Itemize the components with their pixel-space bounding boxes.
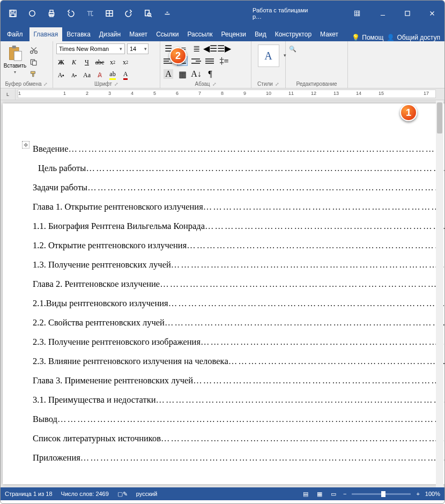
- underline-button[interactable]: Ч: [82, 57, 92, 67]
- toc-row[interactable]: Глава 2. Рентгеновское излучение………………………: [33, 278, 445, 290]
- tab-selector[interactable]: L: [1, 88, 16, 100]
- multilevel-button[interactable]: ≣: [191, 43, 201, 53]
- toc-row[interactable]: 1.2. Открытие рентгеновского излучения ……: [33, 240, 445, 251]
- borders-button[interactable]: ▦: [177, 69, 187, 79]
- toc-row[interactable]: Вывод………………………………………………………………………………………………: [33, 413, 445, 425]
- doc-name: р…: [253, 13, 262, 20]
- dialog-launcher-icon[interactable]: ⤢: [275, 81, 279, 87]
- cut-button[interactable]: [29, 47, 38, 56]
- toc-row[interactable]: Глава 3. Применение рентгеновских лучей……: [33, 375, 445, 387]
- bold-button[interactable]: Ж: [56, 57, 66, 67]
- decrease-indent-button[interactable]: ◀☰: [205, 43, 215, 53]
- status-language[interactable]: русский: [136, 491, 157, 497]
- clear-format-button[interactable]: A̷: [95, 70, 105, 80]
- toc-row[interactable]: Введение………………………………………………………………………………………: [33, 143, 445, 155]
- web-layout-button[interactable]: ▭: [329, 490, 338, 498]
- status-page[interactable]: Страница 1 из 18: [5, 491, 53, 497]
- read-mode-button[interactable]: ▤: [301, 490, 310, 498]
- tab-home[interactable]: Главная: [29, 27, 63, 41]
- tab-view[interactable]: Вид: [250, 27, 271, 41]
- status-words[interactable]: Число слов: 2469: [61, 491, 109, 497]
- zoom-level[interactable]: 100%: [425, 491, 440, 497]
- print-layout-button[interactable]: ▦: [315, 490, 324, 498]
- change-case-button[interactable]: Aa: [82, 70, 92, 80]
- highlight-button[interactable]: ab: [108, 70, 117, 80]
- toc-text: Вывод: [33, 414, 57, 425]
- line-spacing-button[interactable]: ‡≡: [219, 56, 229, 66]
- paste-button[interactable]: Вставить ▾: [4, 45, 26, 78]
- increase-indent-button[interactable]: ☰▶: [219, 43, 229, 53]
- page[interactable]: Оглавление ✥ Введение……………………………………………………: [3, 103, 445, 484]
- shrink-font-button[interactable]: A▾: [69, 70, 79, 80]
- preview-button[interactable]: [139, 2, 157, 25]
- toc-row[interactable]: 1.1. Биография Рентгена Вильгельма Конра…: [33, 220, 445, 232]
- find-button[interactable]: 🔍: [289, 42, 344, 53]
- toc-row[interactable]: 1.3. Получение рентгеновских лучей…………………: [33, 259, 445, 271]
- tab-table-layout[interactable]: Макет: [316, 27, 343, 41]
- dialog-launcher-icon[interactable]: ⤢: [212, 81, 217, 87]
- toc-row[interactable]: Цель работы………………………………………………………………………………: [33, 162, 445, 174]
- font-size-input[interactable]: [128, 46, 143, 52]
- redo-button[interactable]: [120, 2, 138, 25]
- toc-row[interactable]: Глава 1. Открытие рентгеновского излучен…: [33, 201, 445, 213]
- circle-icon[interactable]: [23, 2, 41, 25]
- font-name-combo[interactable]: ▾: [56, 43, 125, 54]
- tell-me[interactable]: 💡Помощ: [352, 34, 383, 41]
- zoom-in-button[interactable]: +: [416, 491, 419, 497]
- dialog-launcher-icon[interactable]: ⤢: [43, 81, 48, 87]
- tab-constructor[interactable]: Конструктор: [271, 27, 316, 41]
- dialog-launcher-icon[interactable]: ⤢: [114, 81, 118, 87]
- qat-customize[interactable]: [158, 2, 176, 25]
- vertical-scrollbar[interactable]: [436, 100, 443, 487]
- minimize-button[interactable]: [370, 1, 395, 26]
- toc-row[interactable]: 3.1. Преимущества и недостатки……………………………: [33, 394, 445, 406]
- close-button[interactable]: [420, 1, 444, 26]
- proofing-icon[interactable]: ▢✎: [117, 491, 128, 498]
- toc-row[interactable]: Задачи работы…………………………………………………………………………: [33, 182, 445, 194]
- font-size-combo[interactable]: ▾: [127, 43, 149, 54]
- print-button[interactable]: [42, 2, 61, 25]
- share-button[interactable]: 👤Общий доступ: [387, 34, 440, 41]
- horizontal-ruler[interactable]: 112345678910111213141517: [18, 90, 436, 98]
- shading-button[interactable]: A: [164, 69, 173, 79]
- styles-gallery[interactable]: A▾: [258, 45, 279, 67]
- toc-row[interactable]: Список литературных источников……………………………: [33, 433, 445, 444]
- italic-button[interactable]: К: [69, 57, 79, 67]
- tab-insert[interactable]: Вставка: [62, 27, 95, 41]
- scrollbar-thumb[interactable]: [437, 102, 442, 134]
- table-move-handle[interactable]: ✥: [22, 141, 29, 149]
- toc-row[interactable]: 2.3. Влияние рентгеновского излучения на…: [33, 355, 445, 367]
- font-name-input[interactable]: [57, 46, 117, 52]
- strike-button[interactable]: abc: [95, 57, 105, 67]
- undo-button[interactable]: [62, 2, 80, 25]
- superscript-button[interactable]: x2: [121, 57, 130, 67]
- toc-row[interactable]: 2.3. Получение рентгеновского изображени…: [33, 336, 445, 348]
- tab-design[interactable]: Дизайн: [95, 27, 125, 41]
- font-color-button[interactable]: A: [121, 70, 130, 80]
- sort-button[interactable]: A↓: [191, 69, 201, 79]
- tab-references[interactable]: Ссылки: [152, 27, 183, 41]
- align-justify-button[interactable]: [205, 57, 215, 65]
- tab-file[interactable]: Файл: [1, 27, 29, 41]
- tab-layout[interactable]: Макет: [125, 27, 152, 41]
- format-painter-button[interactable]: [29, 70, 38, 80]
- svg-rect-18: [33, 61, 36, 65]
- toc-row[interactable]: 2.1.Виды рентгеновского излучения……………………: [33, 298, 445, 309]
- save-button[interactable]: [4, 2, 22, 25]
- subscript-button[interactable]: x2: [108, 57, 117, 67]
- zoom-slider[interactable]: [352, 493, 411, 495]
- tab-review[interactable]: Рецензи: [217, 27, 250, 41]
- toc-leader: ……………………………………………………………………………………………………………: [193, 375, 445, 386]
- grow-font-button[interactable]: A▴: [56, 70, 66, 80]
- zoom-out-button[interactable]: −: [343, 491, 346, 497]
- show-marks-button[interactable]: ¶: [205, 69, 215, 79]
- copy-button[interactable]: [29, 58, 38, 68]
- tab-mailings[interactable]: Рассылк: [183, 27, 217, 41]
- maximize-button[interactable]: [395, 1, 420, 26]
- toc-row[interactable]: Приложения…………………………………………………………………………………: [33, 452, 445, 464]
- toc-row[interactable]: 2.2. Свойства рентгеновских лучей……………………: [33, 317, 445, 329]
- align-right-button[interactable]: [191, 57, 201, 65]
- pi-icon[interactable]: [81, 2, 99, 25]
- ribbon-display-icon[interactable]: [346, 1, 368, 26]
- table-quick-icon[interactable]: [100, 2, 118, 25]
